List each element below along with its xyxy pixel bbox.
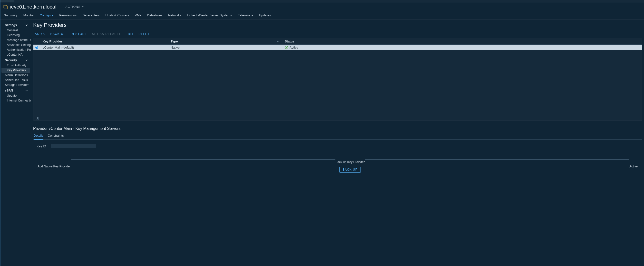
sidebar-item-alarm-definitions[interactable]: Alarm Definitions [2, 73, 30, 78]
table-header-row: Key Provider Type Status [34, 38, 642, 45]
vcenter-icon [3, 5, 8, 9]
key-id-value-masked [51, 144, 96, 148]
config-sidebar: SettingsGeneralLicensingMessage of the D… [0, 20, 31, 266]
sidebar-group-settings[interactable]: Settings [2, 22, 30, 28]
tab-linked-vcenter-server-systems[interactable]: Linked vCenter Server Systems [184, 11, 235, 19]
sidebar-item-general[interactable]: General [2, 28, 30, 33]
radio-selected-icon [35, 46, 38, 49]
title-divider [61, 4, 61, 10]
action-bar: Add Back-up Restore Set as Default Edit … [33, 32, 642, 38]
svg-rect-1 [4, 6, 7, 9]
step-label: Back up Key Provider [336, 160, 365, 164]
sort-asc-icon [277, 40, 280, 43]
table-row[interactable]: vCenter Main (default)NativeActive [34, 45, 642, 50]
chevron-down-icon [82, 6, 84, 8]
row-type: Native [168, 45, 282, 50]
sidebar-item-message-of-the-day[interactable]: Message of the Day [2, 38, 30, 43]
header-label: Key Provider [43, 40, 62, 43]
actions-dropdown[interactable]: Actions [66, 5, 84, 9]
add-label: Add [35, 32, 42, 36]
key-id-label: Key ID [34, 144, 46, 148]
stepper-connector [365, 159, 629, 160]
sidebar-group-label: vSAN [5, 89, 13, 92]
sidebar-group-label: Settings [5, 24, 17, 27]
provider-status-stepper: Add Native Key ProviderBack up Key Provi… [34, 154, 641, 172]
add-button[interactable]: Add [35, 32, 46, 36]
sidebar-item-trust-authority[interactable]: Trust Authority [2, 63, 30, 68]
sidebar-group-security[interactable]: Security [2, 57, 30, 63]
restore-button[interactable]: Restore [71, 32, 87, 36]
chevron-down-icon [25, 24, 28, 27]
object-name: ievc01.netkern.local [10, 4, 56, 10]
browser-tab-indicator [0, 0, 14, 3]
column-chooser-icon[interactable] [36, 117, 39, 120]
tab-datacenters[interactable]: Datacenters [80, 11, 102, 19]
header-label: Type [171, 40, 178, 43]
details-body: Key ID Add Native Key ProviderBack up Ke… [33, 140, 642, 172]
table-header-select [34, 38, 40, 44]
sidebar-item-key-providers[interactable]: Key Providers [2, 68, 30, 73]
sidebar-item-update[interactable]: Update [2, 93, 30, 98]
key-id-row: Key ID [34, 144, 641, 148]
tab-updates[interactable]: Updates [256, 11, 274, 19]
table-empty-area [34, 50, 642, 116]
sidebar-item-scheduled-tasks[interactable]: Scheduled Tasks [2, 78, 30, 83]
tab-networks[interactable]: Networks [165, 11, 184, 19]
sidebar-item-vcenter-ha[interactable]: vCenter HA [2, 52, 30, 57]
chevron-down-icon [25, 59, 28, 62]
object-title-bar: ievc01.netkern.local Actions [0, 3, 644, 11]
subtab-constraints[interactable]: Constraints [48, 133, 64, 139]
sidebar-item-authentication-proxy[interactable]: Authentication Proxy [2, 47, 30, 52]
chevron-down-icon [25, 89, 28, 92]
table-header-key-provider[interactable]: Key Provider [40, 38, 168, 44]
set-default-button: Set as Default [92, 32, 121, 36]
delete-button[interactable]: Delete [138, 32, 152, 36]
details-subtabs: DetailsConstraints [33, 133, 642, 140]
chevron-down-icon [43, 33, 46, 35]
tab-vms[interactable]: VMs [132, 11, 144, 19]
step-label: Active [629, 165, 638, 168]
tab-configure[interactable]: Configure [37, 11, 56, 19]
step-backup-button[interactable]: Back up [339, 167, 361, 172]
main-tabs: SummaryMonitorConfigurePermissionsDatace… [0, 11, 644, 20]
main-content: Key Providers Add Back-up Restore Set as… [31, 20, 644, 266]
tab-monitor[interactable]: Monitor [20, 11, 37, 19]
stepper-step: Active [629, 159, 638, 168]
sidebar-item-advanced-settings[interactable]: Advanced Settings [2, 43, 30, 47]
tab-hosts-clusters[interactable]: Hosts & Clusters [102, 11, 132, 19]
stepper-step: Back up Key ProviderBack up [336, 154, 365, 172]
tab-summary[interactable]: Summary [1, 11, 20, 19]
window-chrome-strip [0, 0, 644, 3]
details-panel-title: Provider vCenter Main - Key Management S… [33, 121, 642, 133]
table-header-status[interactable]: Status [282, 38, 642, 44]
stepper-connector [71, 159, 336, 160]
header-label: Status [285, 40, 294, 43]
edit-button[interactable]: Edit [126, 32, 134, 36]
table-header-type[interactable]: Type [168, 38, 282, 44]
step-label: Add Native Key Provider [38, 165, 71, 168]
key-providers-table: Key Provider Type Status vCenter Main (d… [33, 38, 642, 121]
backup-button[interactable]: Back-up [50, 32, 66, 36]
tab-extensions[interactable]: Extensions [235, 11, 256, 19]
sidebar-item-internet-connectivity[interactable]: Internet Connectivity [2, 98, 30, 103]
sidebar-item-storage-providers[interactable]: Storage Providers [2, 83, 30, 87]
tab-datastores[interactable]: Datastores [144, 11, 165, 19]
page-title: Key Providers [33, 22, 642, 32]
sidebar-item-licensing[interactable]: Licensing [2, 33, 30, 38]
accent-bar [0, 0, 1, 266]
actions-label: Actions [66, 5, 81, 9]
sidebar-group-label: Security [5, 59, 17, 62]
table-footer [34, 116, 642, 120]
row-status: Active [282, 45, 642, 50]
stepper-step: Add Native Key Provider [38, 159, 71, 168]
row-status-label: Active [290, 46, 298, 49]
status-active-icon [285, 46, 288, 49]
row-radio[interactable] [34, 45, 40, 50]
sidebar-group-vsan[interactable]: vSAN [2, 87, 30, 93]
row-key-provider: vCenter Main (default) [40, 45, 168, 50]
subtab-details[interactable]: Details [34, 133, 44, 139]
tab-permissions[interactable]: Permissions [56, 11, 80, 19]
